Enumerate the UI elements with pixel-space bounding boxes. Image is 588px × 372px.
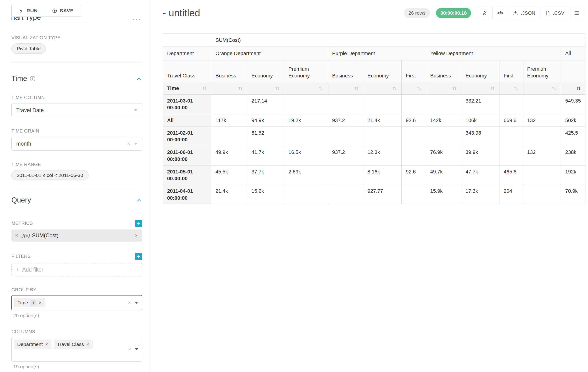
export-json-label: .JSON (521, 10, 535, 16)
query-section-header[interactable]: Query (11, 196, 142, 204)
run-button-label: RUN (27, 8, 38, 13)
clear-icon[interactable]: × (127, 140, 130, 147)
metric-item[interactable]: × ƒ(x) SUM(Cost) (11, 230, 142, 242)
pivot-sort-header[interactable] (284, 82, 328, 95)
pivot-value-cell: 343.98 (461, 127, 499, 146)
pivot-sort-header[interactable] (247, 82, 284, 95)
pivot-value-cell (402, 95, 426, 114)
sort-toggle-icon[interactable] (576, 86, 581, 91)
collapse-chevron-icon[interactable] (136, 75, 142, 82)
metric-name: SUM(Cost) (32, 233, 59, 239)
column-tag[interactable]: Timei× (14, 298, 45, 307)
pivot-value-cell: 47.7k (461, 165, 499, 185)
pivot-sort-header[interactable] (363, 82, 402, 95)
group-by-select[interactable]: Timei× × (11, 295, 142, 310)
pivot-rows-dim-header[interactable]: Time (163, 82, 211, 95)
sort-icon-slot[interactable] (202, 86, 207, 91)
pivot-corner-cell (163, 34, 211, 47)
sort-toggle-icon[interactable] (417, 86, 422, 91)
remove-tag-icon[interactable]: × (86, 341, 89, 347)
chart-menu-button[interactable] (569, 7, 584, 19)
remove-tag-icon[interactable]: × (39, 300, 42, 306)
pivot-col-header: Business (328, 60, 363, 82)
pivot-value-cell (499, 95, 523, 114)
column-tag[interactable]: Department× (14, 340, 51, 349)
sort-toggle-icon[interactable] (275, 86, 280, 91)
column-tag[interactable]: Travel Class× (54, 340, 93, 349)
drag-dots-icon (133, 19, 140, 20)
sort-toggle-icon[interactable] (202, 86, 207, 91)
pivot-value-cell (402, 185, 426, 204)
sort-toggle-icon[interactable] (392, 86, 397, 91)
pivot-columns-dim2-header: Travel Class (163, 60, 211, 82)
sort-toggle-icon[interactable] (490, 86, 495, 91)
pivot-value-cell: 332.21 (461, 95, 499, 114)
pivot-col-header: Economy (247, 60, 284, 82)
time-grain-label: TIME GRAIN (11, 128, 142, 134)
add-filter-plus-button[interactable]: + (135, 253, 142, 260)
time-range-pill[interactable]: 2011-01-01 ≤ col < 2011-06-30 (11, 170, 89, 181)
pivot-value-cell (426, 95, 461, 114)
pivot-sort-header[interactable] (461, 82, 499, 95)
file-icon (545, 10, 550, 16)
section-divider (11, 63, 142, 63)
pivot-value-cell: 8.16k (363, 165, 402, 185)
remove-tag-icon[interactable]: × (45, 341, 48, 347)
plus-icon: + (16, 266, 20, 273)
pivot-data-row: 2011-06-01 00:00:0049.9k41.7k16.5k937.21… (163, 146, 586, 166)
export-csv-button[interactable]: .CSV (540, 7, 569, 19)
save-button[interactable]: SAVE (45, 5, 81, 17)
sort-toggle-icon[interactable] (514, 86, 518, 91)
pivot-value-cell: 21.4k (211, 185, 247, 204)
export-json-button[interactable]: .JSON (508, 7, 540, 19)
clear-icon[interactable]: × (128, 299, 131, 306)
row-count-badge: 26 rows (404, 8, 430, 18)
sort-toggle-icon[interactable] (238, 86, 243, 91)
pivot-group-header: Purple Department (328, 47, 426, 60)
pivot-sort-header[interactable] (402, 82, 426, 95)
pivot-row-label: 2011-06-01 00:00:00 (163, 146, 211, 166)
add-filter-button[interactable]: + Add filter (11, 263, 142, 276)
pivot-value-cell: 132 (523, 114, 561, 127)
pivot-value-cell: 2.69k (284, 165, 328, 185)
save-button-label: SAVE (60, 8, 74, 13)
clear-icon[interactable]: × (128, 346, 131, 352)
pivot-value-cell: 17.3k (461, 185, 499, 204)
sort-toggle-icon[interactable] (319, 86, 324, 91)
sort-toggle-icon[interactable] (552, 86, 557, 91)
embed-code-button[interactable]: </> (492, 7, 508, 19)
pivot-value-cell (402, 127, 426, 146)
run-button[interactable]: RUN (11, 5, 45, 17)
pivot-value-cell: 21.4k (363, 114, 402, 127)
remove-metric-icon[interactable]: × (15, 232, 18, 239)
sort-toggle-icon[interactable] (354, 86, 359, 91)
group-by-options-hint: 20 option(s) (13, 313, 142, 318)
visualization-type-pill[interactable]: Pivot Table (11, 43, 46, 54)
add-filter-label: Add filter (22, 267, 43, 273)
chart-panel: - untitled 26 rows 00:00:00.18 </> (150, 0, 588, 372)
pivot-value-cell (328, 127, 363, 146)
add-metric-button[interactable]: + (135, 220, 142, 227)
time-column-select[interactable]: Travel Date (11, 103, 142, 117)
pivot-sort-header[interactable] (561, 82, 586, 95)
time-grain-select[interactable]: month × (11, 137, 142, 151)
rows-dim-label: Time (167, 85, 179, 92)
pivot-sort-header[interactable] (523, 82, 561, 95)
collapse-chevron-icon[interactable] (136, 197, 142, 203)
columns-select[interactable]: Department×Travel Class× × (11, 337, 142, 361)
pivot-sort-header[interactable] (328, 82, 363, 95)
pivot-sort-header[interactable] (426, 82, 461, 95)
group-by-label: GROUP BY (11, 287, 142, 292)
download-icon (513, 10, 518, 16)
time-column-label: TIME COLUMN (11, 95, 142, 100)
control-panel-sidebar: RUN SAVE Chart Type VISUALIZATION TYPE P… (0, 0, 150, 372)
pivot-value-cell (523, 95, 561, 114)
time-section-header[interactable]: Time i (11, 74, 142, 83)
pivot-sort-header[interactable] (499, 82, 523, 95)
sort-toggle-icon[interactable] (452, 86, 457, 91)
pivot-sort-header[interactable] (211, 82, 247, 95)
plus-circle-icon (52, 8, 57, 13)
copy-link-button[interactable] (477, 7, 493, 19)
chevron-right-icon[interactable] (133, 233, 138, 238)
pivot-value-cell: 142k (426, 114, 461, 127)
